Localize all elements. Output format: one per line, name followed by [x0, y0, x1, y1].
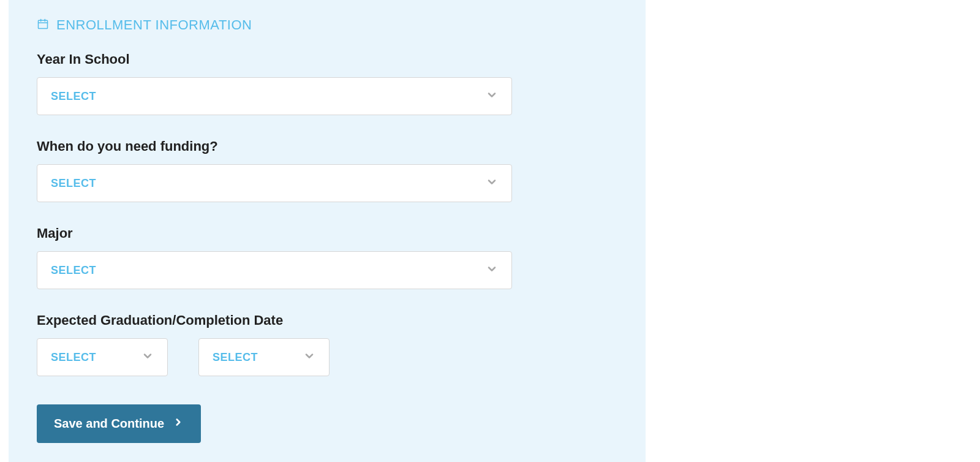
select-year-in-school[interactable]: Select	[37, 77, 512, 115]
label-graduation: Expected Graduation/Completion Date	[37, 312, 617, 328]
label-major: Major	[37, 225, 617, 241]
svg-rect-0	[39, 20, 48, 28]
calendar-icon	[37, 18, 49, 32]
select-graduation-month[interactable]: Select	[37, 338, 168, 376]
select-placeholder: Select	[51, 90, 96, 103]
field-graduation-date: Expected Graduation/Completion Date Sele…	[37, 312, 617, 376]
chevron-down-icon	[303, 350, 315, 365]
select-major[interactable]: Select	[37, 251, 512, 289]
select-placeholder: Select	[213, 351, 258, 364]
field-major: Major Select	[37, 225, 617, 289]
chevron-down-icon	[486, 263, 498, 278]
select-placeholder: Select	[51, 177, 96, 190]
chevron-down-icon	[486, 89, 498, 104]
save-continue-label: Save and Continue	[54, 417, 164, 431]
enrollment-panel: Enrollment Information Year In School Se…	[9, 0, 646, 462]
field-funding: When do you need funding? Select	[37, 138, 617, 202]
section-title: Enrollment Information	[56, 17, 252, 33]
label-funding: When do you need funding?	[37, 138, 617, 154]
select-placeholder: Select	[51, 351, 96, 364]
field-year-in-school: Year In School Select	[37, 51, 617, 115]
chevron-down-icon	[141, 350, 154, 365]
select-placeholder: Select	[51, 264, 96, 277]
chevron-down-icon	[486, 176, 498, 191]
side-whitespace	[646, 0, 980, 462]
label-year-in-school: Year In School	[37, 51, 617, 67]
section-header: Enrollment Information	[37, 17, 617, 33]
save-continue-button[interactable]: Save and Continue	[37, 404, 201, 443]
select-funding[interactable]: Select	[37, 164, 512, 202]
select-graduation-year[interactable]: Select	[198, 338, 330, 376]
chevron-right-icon	[173, 417, 184, 431]
